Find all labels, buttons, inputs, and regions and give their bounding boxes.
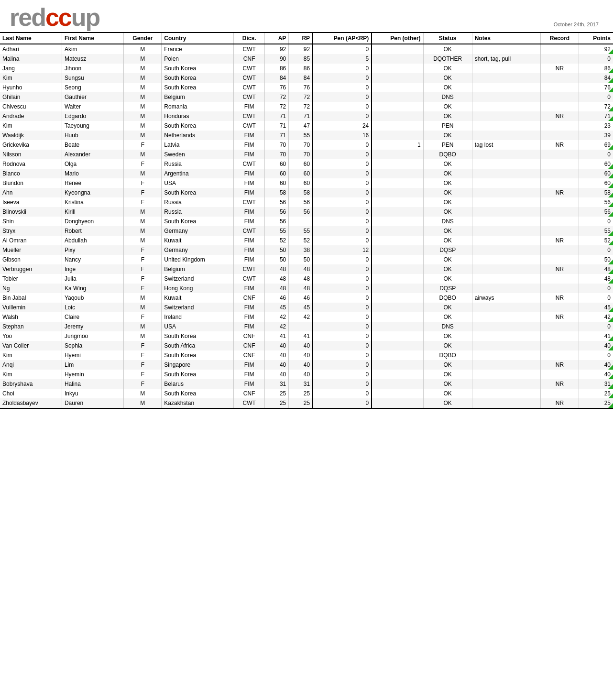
table-cell: 52 [264, 236, 288, 245]
table-cell [472, 121, 541, 131]
table-cell: OK [423, 44, 472, 54]
table-cell [472, 350, 541, 360]
table-cell: M [124, 131, 162, 140]
table-header-row: Last Name First Name Gender Country Dics… [0, 33, 613, 44]
table-cell: OK [423, 398, 472, 408]
table-cell: F [124, 379, 162, 389]
table-cell: Nilsson [0, 150, 62, 159]
table-cell [472, 44, 541, 54]
table-cell: OK [423, 73, 472, 83]
table-cell: 40 [289, 360, 313, 370]
table-cell [372, 217, 423, 226]
table-cell: 0 [313, 350, 372, 360]
table-cell: Latvia [162, 140, 234, 150]
table-cell: 72 [289, 102, 313, 111]
table-cell: South Korea [162, 370, 234, 379]
table-cell: OK [423, 255, 472, 264]
table-cell [541, 169, 579, 178]
table-cell [472, 150, 541, 159]
table-cell [541, 178, 579, 188]
table-cell: 0 [313, 370, 372, 379]
table-row: GibsonNancyFUnited KingdomFIM50500OK50 [0, 255, 613, 264]
table-cell [372, 264, 423, 274]
logo-text-up: up [71, 3, 100, 31]
table-cell: 0 [313, 236, 372, 245]
table-cell: 50 [579, 255, 613, 264]
table-cell: NR [541, 236, 579, 245]
table-cell [372, 398, 423, 408]
table-cell [372, 197, 423, 207]
table-cell: M [124, 293, 162, 303]
table-cell: NR [541, 111, 579, 121]
table-cell: 92 [289, 44, 313, 54]
table-cell: 55 [264, 226, 288, 236]
table-cell: 0 [313, 92, 372, 102]
table-row: WalshClaireFIrelandFIM42420OKNR42 [0, 312, 613, 322]
table-cell [472, 398, 541, 408]
table-cell: South Korea [162, 350, 234, 360]
table-cell: 0 [313, 360, 372, 370]
table-cell: France [162, 44, 234, 54]
table-cell [541, 331, 579, 341]
table-cell: Hyemi [62, 350, 123, 360]
table-cell: 40 [264, 360, 288, 370]
table-cell [541, 322, 579, 331]
table-cell: NR [541, 360, 579, 370]
table-cell: CNF [234, 331, 265, 341]
table-row: ToblerJuliaFSwitzerlandCWT48480OK48 [0, 274, 613, 284]
col-header-pen-ap: Pen (AP<RP) [313, 33, 372, 44]
table-cell: Renee [62, 178, 123, 188]
table-cell: Malina [0, 54, 62, 64]
table-cell: M [124, 54, 162, 64]
table-row: BlundonReneeFUSAFIM60600OK60 [0, 178, 613, 188]
table-cell [372, 54, 423, 64]
table-row: VerbruggenIngeFBelgiumCWT48480OKNR48 [0, 264, 613, 274]
table-cell: 0 [313, 312, 372, 322]
table-cell: F [124, 284, 162, 293]
table-row: BlancoMarioMArgentinaFIM60600OK60 [0, 169, 613, 178]
table-cell: 41 [579, 331, 613, 341]
table-cell: 0 [313, 341, 372, 350]
table-cell: Iseeva [0, 197, 62, 207]
table-cell [372, 92, 423, 102]
table-cell: Halina [62, 379, 123, 389]
table-cell: DQBO [423, 150, 472, 159]
table-cell: Walter [62, 102, 123, 111]
table-row: RodnovaOlgaFRussiaCWT60600OK60 [0, 159, 613, 169]
table-cell: F [124, 360, 162, 370]
table-cell: OK [423, 226, 472, 236]
table-cell: OK [423, 389, 472, 398]
table-cell: M [124, 207, 162, 217]
table-cell: Netherlands [162, 131, 234, 140]
logo: redccup [10, 5, 99, 30]
table-cell [372, 169, 423, 178]
table-cell: 56 [579, 197, 613, 207]
table-cell: South Korea [162, 217, 234, 226]
table-cell: Ka Wing [62, 284, 123, 293]
table-cell: Nancy [62, 255, 123, 264]
table-cell [372, 379, 423, 389]
table-row: KimHyemiFSouth KoreaCNF40400DQBO0 [0, 350, 613, 360]
table-cell: 92 [264, 44, 288, 54]
table-cell [541, 274, 579, 284]
table-cell: USA [162, 322, 234, 331]
table-cell: Claire [62, 312, 123, 322]
table-row: MuellerPixyFGermanyFIM503812DQSP0 [0, 245, 613, 255]
table-cell: M [124, 398, 162, 408]
table-cell: Andrade [0, 111, 62, 121]
table-cell [472, 83, 541, 92]
table-cell: Polen [162, 54, 234, 64]
table-cell: Dauren [62, 398, 123, 408]
table-cell: OK [423, 64, 472, 73]
table-row: Van CollerSophiaFSouth AfricaCNF40400OK4… [0, 341, 613, 350]
table-cell: OK [423, 102, 472, 111]
table-cell [372, 303, 423, 312]
table-cell: FIM [234, 169, 265, 178]
table-cell [472, 255, 541, 264]
table-cell: Ng [0, 284, 62, 293]
table-cell: FIM [234, 102, 265, 111]
table-cell: M [124, 111, 162, 121]
table-cell: 25 [289, 389, 313, 398]
table-row: ChivescuWalterMRomaniaFIM72720OK72 [0, 102, 613, 111]
table-cell: M [124, 44, 162, 54]
